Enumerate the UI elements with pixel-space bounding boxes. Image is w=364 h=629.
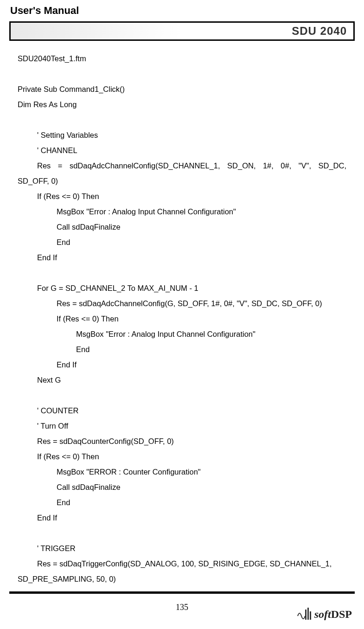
code-line: End [18,495,346,510]
code-line: ' COUNTER [18,403,346,418]
code-line: MsgBox "Error : Analog Input Channel Con… [18,327,346,342]
code-line: End If [18,250,346,265]
blank-line [18,265,346,281]
title-box-text: SDU 2040 [292,25,347,38]
blank-line [18,526,346,541]
page-header-title: User's Manual [10,5,355,17]
code-line: SD_PRE_SAMPLING, 50, 0) [18,571,346,587]
code-line: Call sdDaqFinalize [18,480,346,495]
blank-line [18,66,346,82]
code-line: End [18,342,346,357]
code-line: ' Turn Off [18,418,346,434]
footer-divider [9,591,355,594]
logo-soft: soft [314,608,331,620]
code-content: SDU2040Test_1.ftm Private Sub Command1_C… [9,41,355,587]
code-line: Res = sdDaqAdcChannelConfig(G, SD_OFF, 1… [18,296,346,311]
code-line: MsgBox "ERROR : Counter Configuration" [18,464,346,480]
code-line: Res = sdDaqCounterConfig(SD_OFF, 0) [18,434,346,449]
code-line: If (Res <= 0) Then [18,311,346,327]
code-line: ' CHANNEL [18,143,346,158]
code-line: End If [18,357,346,372]
blank-line [18,112,346,128]
code-line: Next G [18,372,346,388]
waveform-bars-icon [297,607,313,621]
svg-rect-1 [307,608,309,620]
code-line: For G = SD_CHANNEL_2 To MAX_AI_NUM - 1 [18,281,346,296]
logo-text: softDSP [314,608,352,621]
code-line: If (Res <= 0) Then [18,189,346,204]
code-line: Dim Res As Long [18,97,346,112]
code-line: If (Res <= 0) Then [18,449,346,464]
code-line: ' TRIGGER [18,541,346,556]
code-line: End If [18,510,346,526]
code-line: Private Sub Command1_Click() [18,82,346,97]
code-line: SDU2040Test_1.ftm [18,51,346,66]
svg-rect-0 [305,610,307,620]
code-line: ' Setting Variables [18,128,346,143]
code-line: MsgBox "Error : Analog Input Channel Con… [18,204,346,219]
brand-logo: softDSP [297,607,352,621]
code-line: Res = sdDaqTriggerConfig(SD_ANALOG, 100,… [18,556,346,571]
code-line: Call sdDaqFinalize [18,219,346,235]
code-line: Res = sdDaqAdcChannelConfig(SD_CHANNEL_1… [18,158,346,173]
logo-dsp: DSP [331,608,352,620]
svg-rect-2 [310,611,311,620]
title-box: SDU 2040 [9,21,355,41]
code-line: End [18,235,346,250]
code-line: SD_OFF, 0) [18,173,346,189]
blank-line [18,388,346,403]
